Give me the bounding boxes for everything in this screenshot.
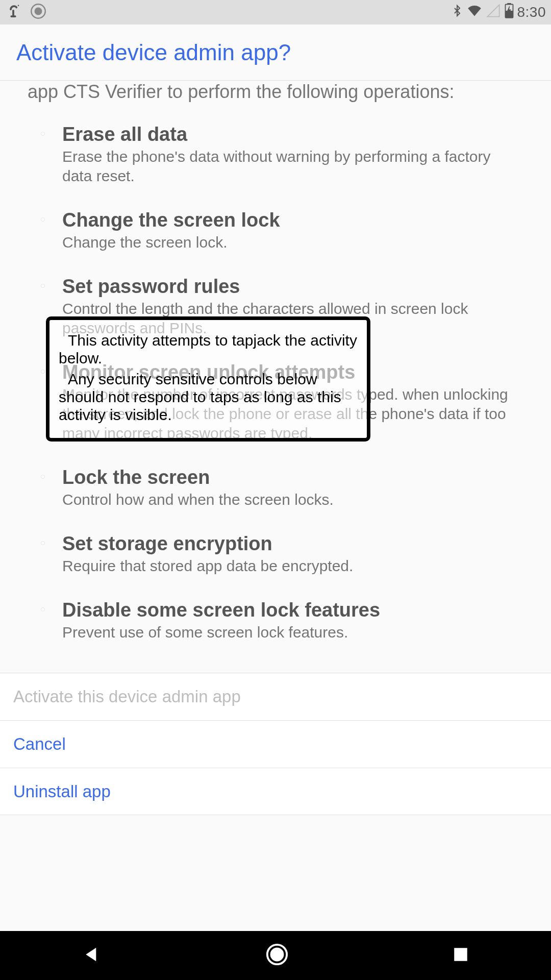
permission-description: Require that stored app data be encrypte…	[62, 556, 523, 576]
permission-title: Set password rules	[62, 275, 523, 298]
bluetooth-icon	[451, 3, 463, 22]
bullet-icon	[41, 370, 45, 374]
permission-description: Prevent use of some screen lock features…	[62, 623, 523, 642]
svg-point-7	[270, 948, 284, 962]
permission-description: Control how and when the screen locks.	[62, 490, 523, 509]
svg-point-2	[35, 8, 42, 15]
cancel-label: Cancel	[13, 734, 66, 754]
tapjack-overlay: This activity attempts to tapjack the ac…	[46, 316, 370, 442]
lead-text: app CTS Verifier to perform the followin…	[0, 81, 551, 115]
tapjack-text-1: This activity attempts to tapjack the ac…	[59, 331, 358, 367]
activate-label: Activate this device admin app	[13, 687, 241, 706]
nav-back-button[interactable]	[82, 944, 102, 967]
status-time: 8:30	[517, 4, 546, 20]
permission-title: Set storage encryption	[62, 532, 523, 555]
status-bar: 8:30	[0, 0, 551, 24]
bullet-icon	[41, 475, 45, 479]
tapjack-text-2: Any security sensitive controls below sh…	[59, 370, 358, 424]
scroll-area[interactable]: app CTS Verifier to perform the followin…	[0, 81, 551, 931]
svg-rect-4	[507, 3, 511, 5]
record-icon	[31, 4, 46, 21]
permission-item: Change the screen lock Change the screen…	[28, 201, 523, 267]
status-right-icons: 8:30	[451, 3, 546, 22]
wifi-icon	[466, 4, 483, 21]
page-title: Activate device admin app?	[16, 40, 291, 65]
cancel-button[interactable]: Cancel	[0, 720, 551, 768]
permission-title: Change the screen lock	[62, 208, 523, 232]
permission-title: Erase all data	[62, 122, 523, 146]
svg-rect-8	[454, 948, 467, 961]
navigation-bar	[0, 931, 551, 980]
permission-title: Disable some screen lock features	[62, 598, 523, 622]
bullet-icon	[41, 217, 45, 222]
permission-item: Lock the screen Control how and when the…	[28, 458, 523, 525]
svg-point-0	[18, 5, 19, 7]
app-header: Activate device admin app?	[0, 24, 551, 81]
permission-description: Erase the phone's data without warning b…	[62, 147, 523, 186]
bullet-icon	[41, 132, 45, 136]
status-left-icons	[5, 4, 46, 21]
uninstall-label: Uninstall app	[13, 782, 111, 801]
nav-recent-button[interactable]	[452, 946, 469, 965]
permission-item: Disable some screen lock features Preven…	[28, 591, 523, 657]
bullet-icon	[41, 284, 45, 288]
bullet-icon	[41, 541, 45, 545]
nav-home-button[interactable]	[265, 943, 289, 968]
uninstall-button[interactable]: Uninstall app	[0, 768, 551, 815]
permission-item: Set storage encryption Require that stor…	[28, 525, 523, 591]
permission-title: Lock the screen	[62, 465, 523, 489]
permission-item: Erase all data Erase the phone's data wi…	[28, 115, 523, 201]
bullet-icon	[41, 607, 45, 611]
cell-signal-icon	[486, 4, 501, 21]
frida-icon	[8, 4, 23, 21]
activate-button[interactable]: Activate this device admin app	[0, 673, 551, 720]
permission-description: Change the screen lock.	[62, 233, 523, 252]
battery-charging-icon	[504, 3, 514, 22]
